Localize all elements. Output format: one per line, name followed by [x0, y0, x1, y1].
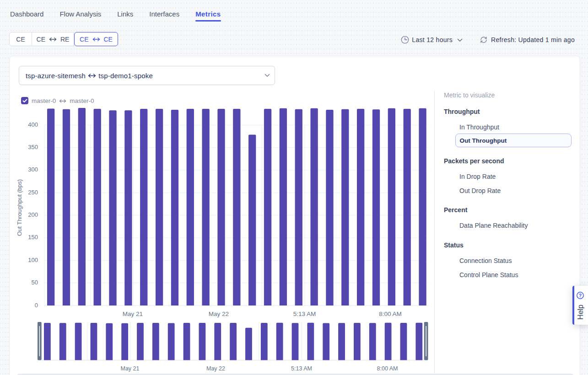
- svg-text:May 22: May 22: [206, 365, 225, 372]
- svg-text:250: 250: [28, 189, 38, 196]
- svg-text:5:13 AM: 5:13 AM: [291, 365, 312, 372]
- svg-text:Out Throughput (bps): Out Throughput (bps): [16, 179, 23, 236]
- svg-text:200: 200: [28, 211, 38, 218]
- svg-text:May 22: May 22: [209, 311, 229, 317]
- svg-text:350: 350: [28, 144, 38, 150]
- svg-text:50: 50: [32, 279, 38, 286]
- svg-text:May 21: May 21: [121, 365, 140, 372]
- svg-text:100: 100: [28, 257, 38, 263]
- svg-text:?: ?: [579, 293, 582, 298]
- svg-text:5:13 AM: 5:13 AM: [293, 311, 316, 317]
- svg-text:May 21: May 21: [123, 311, 143, 317]
- svg-text:0: 0: [35, 302, 38, 309]
- svg-text:300: 300: [28, 166, 38, 173]
- svg-text:150: 150: [28, 234, 38, 241]
- svg-text:8:00 AM: 8:00 AM: [379, 311, 402, 317]
- svg-text:400: 400: [28, 121, 38, 128]
- svg-text:8:00 AM: 8:00 AM: [377, 365, 398, 372]
